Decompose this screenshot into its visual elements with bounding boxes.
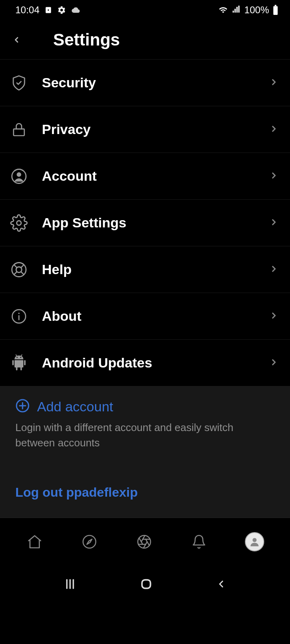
svg-rect-35 bbox=[142, 580, 151, 588]
chevron-right-icon bbox=[269, 216, 279, 230]
svg-line-11 bbox=[21, 264, 24, 267]
battery-icon bbox=[272, 5, 279, 15]
status-bar: 10:04 100% bbox=[0, 0, 290, 20]
system-nav bbox=[0, 565, 290, 605]
svg-rect-4 bbox=[14, 129, 25, 136]
svg-point-31 bbox=[253, 538, 257, 542]
app-header: Settings bbox=[0, 20, 290, 60]
footer-section: Add account Login with a different accou… bbox=[0, 386, 290, 518]
list-item-help[interactable]: Help bbox=[0, 246, 290, 293]
list-item-label: Security bbox=[42, 75, 269, 91]
list-item-account[interactable]: Account bbox=[0, 153, 290, 200]
status-right: 100% bbox=[218, 4, 279, 16]
nav-home[interactable] bbox=[26, 533, 44, 551]
shield-icon bbox=[10, 74, 28, 92]
notification-icon bbox=[44, 6, 52, 14]
chevron-right-icon bbox=[269, 263, 279, 277]
cloud-status-icon bbox=[71, 6, 81, 14]
svg-rect-18 bbox=[24, 360, 26, 365]
account-icon bbox=[10, 167, 28, 186]
page-title: Settings bbox=[53, 30, 120, 50]
chevron-right-icon bbox=[269, 169, 279, 183]
add-account-label: Add account bbox=[37, 399, 113, 415]
list-item-security[interactable]: Security bbox=[0, 60, 290, 106]
status-time: 10:04 bbox=[15, 4, 39, 16]
wifi-icon bbox=[218, 6, 228, 14]
svg-line-13 bbox=[14, 272, 17, 275]
list-item-android-updates[interactable]: Android Updates bbox=[0, 340, 290, 386]
svg-rect-17 bbox=[12, 360, 14, 365]
settings-list: Security Privacy Account App Settings bbox=[0, 60, 290, 386]
list-item-label: About bbox=[42, 308, 269, 324]
signal-icon bbox=[232, 6, 241, 14]
nav-notifications[interactable] bbox=[190, 533, 208, 551]
nav-explore[interactable] bbox=[81, 533, 98, 551]
sys-nav-recents[interactable] bbox=[63, 578, 77, 592]
nav-profile[interactable] bbox=[245, 532, 264, 551]
svg-point-22 bbox=[83, 535, 96, 548]
list-item-about[interactable]: About bbox=[0, 293, 290, 340]
chevron-right-icon bbox=[269, 123, 279, 136]
chevron-right-icon bbox=[269, 76, 279, 90]
svg-line-10 bbox=[14, 264, 17, 267]
list-item-label: App Settings bbox=[42, 215, 269, 231]
list-item-label: Android Updates bbox=[42, 355, 269, 371]
lock-icon bbox=[10, 120, 28, 139]
android-icon bbox=[10, 354, 28, 372]
plus-circle-icon bbox=[15, 398, 30, 415]
chevron-right-icon bbox=[269, 356, 279, 370]
list-item-privacy[interactable]: Privacy bbox=[0, 106, 290, 153]
svg-point-1 bbox=[48, 9, 50, 11]
nav-aperture[interactable] bbox=[135, 533, 153, 551]
svg-line-12 bbox=[21, 272, 24, 275]
settings-status-icon bbox=[57, 6, 66, 14]
logout-button[interactable]: Log out ppadeflexip bbox=[15, 485, 138, 500]
svg-marker-23 bbox=[87, 539, 92, 544]
list-item-label: Account bbox=[42, 168, 269, 184]
add-account-button[interactable]: Add account Login with a different accou… bbox=[15, 398, 275, 450]
gear-icon bbox=[10, 214, 28, 232]
sys-nav-back[interactable] bbox=[215, 577, 227, 592]
bottom-nav bbox=[0, 518, 290, 565]
battery-percent: 100% bbox=[244, 4, 269, 16]
list-item-label: Privacy bbox=[42, 122, 269, 137]
svg-point-16 bbox=[18, 312, 19, 314]
svg-rect-3 bbox=[275, 5, 276, 6]
list-item-label: Help bbox=[42, 262, 269, 277]
svg-point-6 bbox=[17, 172, 21, 177]
list-item-app-settings[interactable]: App Settings bbox=[0, 200, 290, 246]
chevron-right-icon bbox=[269, 310, 279, 323]
status-left: 10:04 bbox=[15, 4, 81, 16]
info-icon bbox=[10, 307, 28, 326]
svg-point-7 bbox=[17, 221, 21, 225]
help-icon bbox=[10, 260, 28, 279]
sys-nav-home[interactable] bbox=[139, 577, 153, 593]
svg-rect-2 bbox=[273, 6, 278, 15]
add-account-description: Login with a different account and easil… bbox=[15, 420, 275, 450]
back-button[interactable] bbox=[12, 28, 36, 52]
svg-point-9 bbox=[16, 267, 22, 272]
